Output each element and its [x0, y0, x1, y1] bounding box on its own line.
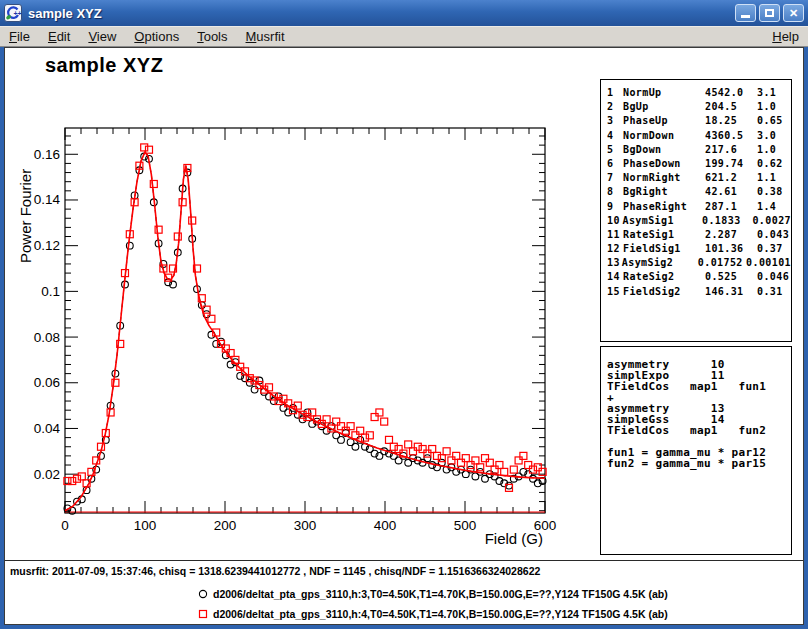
- y-tick-label: 0.12: [34, 238, 60, 253]
- menu-item-view[interactable]: View: [79, 28, 125, 45]
- minimize-icon: [741, 15, 750, 18]
- title-bar[interactable]: ++ sample XYZ ✕: [0, 0, 808, 26]
- param-number: 11: [601, 228, 623, 242]
- param-error: 0.046: [757, 270, 791, 284]
- data-point-square: [323, 416, 330, 423]
- data-point-square: [141, 144, 148, 151]
- data-point-square: [174, 233, 181, 240]
- close-button[interactable]: ✕: [783, 4, 804, 22]
- param-value: 621.2: [705, 171, 757, 185]
- parameter-row: 11RateSig12.2870.043: [601, 228, 791, 242]
- param-error: 0.62: [757, 157, 791, 171]
- parameter-row: 7NormRight621.21.1: [601, 171, 791, 185]
- legend-label: d2006/deltat_pta_gps_3110,h:3,T0=4.50K,T…: [213, 588, 668, 600]
- x-axis-label: Field (G): [395, 530, 543, 547]
- data-point-square: [419, 446, 426, 453]
- x-tick-label: 300: [294, 518, 317, 533]
- fit-status-line: musrfit: 2011-07-09, 15:37:46, chisq = 1…: [10, 565, 790, 577]
- param-value: 199.74: [705, 157, 757, 171]
- param-number: 9: [601, 200, 623, 214]
- param-number: 2: [601, 100, 623, 114]
- y-tick-label: 0.04: [34, 421, 61, 436]
- param-error: 0.37: [757, 242, 791, 256]
- param-value: 217.6: [705, 143, 757, 157]
- param-name: NormDown: [623, 129, 705, 143]
- param-name: BgDown: [623, 143, 705, 157]
- param-name: AsymSig1: [623, 214, 703, 228]
- param-name: FieldSig1: [623, 242, 705, 256]
- legend-row: d2006/deltat_pta_gps_3110,h:4,T0=4.50K,T…: [5, 607, 795, 621]
- data-point-square: [371, 414, 378, 421]
- parameter-row: 14RateSig20.5250.046: [601, 270, 791, 284]
- param-error: 1.4: [757, 200, 791, 214]
- status-separator: [5, 560, 803, 561]
- param-error: 0.31: [757, 285, 791, 299]
- data-point-circle: [126, 242, 133, 249]
- param-name: BgUp: [623, 100, 705, 114]
- parameter-row: 6PhaseDown199.740.62: [601, 157, 791, 171]
- y-tick-label: 0.1: [41, 284, 60, 299]
- minimize-button[interactable]: [735, 4, 756, 22]
- menu-item-tools[interactable]: Tools: [188, 28, 236, 45]
- x-tick-label: 400: [374, 518, 397, 533]
- parameter-row: 15FieldSig2146.310.31: [601, 285, 791, 299]
- data-point-square: [338, 423, 345, 430]
- menu-item-file[interactable]: File: [0, 28, 39, 45]
- menu-item-options[interactable]: Options: [125, 28, 188, 45]
- plot-title: sample XYZ: [45, 54, 163, 77]
- param-value: 18.25: [705, 114, 757, 128]
- param-number: 6: [601, 157, 623, 171]
- menu-item-edit[interactable]: Edit: [39, 28, 79, 45]
- parameter-row: 13AsymSig20.017520.00101: [601, 256, 791, 270]
- application-window: ++ sample XYZ ✕ FileEditViewOptionsTools…: [0, 0, 808, 629]
- data-point-square: [458, 459, 465, 466]
- legend-label: d2006/deltat_pta_gps_3110,h:4,T0=4.50K,T…: [213, 608, 668, 620]
- param-error: 0.38: [757, 185, 791, 199]
- parameter-row: 1NormUp4542.03.1: [601, 86, 791, 100]
- parameter-row: 2BgUp204.51.0: [601, 100, 791, 114]
- param-name: RateSig1: [623, 228, 705, 242]
- data-point-circle: [352, 443, 359, 450]
- param-value: 4542.0: [705, 86, 757, 100]
- param-value: 101.36: [705, 242, 757, 256]
- circle-marker-icon: [198, 589, 208, 599]
- param-number: 1: [601, 86, 623, 100]
- data-point-square: [107, 409, 114, 416]
- data-point-circle: [338, 436, 345, 443]
- parameter-row: 10AsymSig10.18330.0027: [601, 214, 791, 228]
- param-error: 3.0: [757, 129, 791, 143]
- param-name: FieldSig2: [623, 285, 705, 299]
- data-point-square: [414, 443, 421, 450]
- data-point-square: [515, 457, 522, 464]
- data-point-square: [525, 462, 532, 469]
- data-point-square: [462, 455, 469, 462]
- param-value: 0.1833: [702, 214, 752, 228]
- param-name: RateSig2: [623, 270, 705, 284]
- param-value: 0.525: [705, 270, 757, 284]
- param-number: 5: [601, 143, 623, 157]
- data-point-square: [376, 409, 383, 416]
- data-point-square: [443, 448, 450, 455]
- param-value: 2.287: [705, 228, 757, 242]
- param-error: 1.0: [757, 143, 791, 157]
- parameter-row: 3PhaseUp18.250.65: [601, 114, 791, 128]
- data-point-square: [74, 475, 81, 482]
- parameter-row: 5BgDown217.61.0: [601, 143, 791, 157]
- root-canvas[interactable]: 01002003004005006000.020.040.060.080.10.…: [4, 47, 804, 625]
- param-number: 13: [601, 256, 622, 270]
- data-point-square: [501, 468, 508, 475]
- parameter-row: 12FieldSig1101.360.37: [601, 242, 791, 256]
- data-point-circle: [424, 455, 431, 462]
- data-point-square: [434, 452, 441, 459]
- menu-bar: FileEditViewOptionsToolsMusrfitHelp: [0, 26, 808, 47]
- fit-parameter-panel: 1NormUp4542.03.12BgUp204.51.03PhaseUp18.…: [600, 79, 792, 342]
- data-point-square: [472, 457, 479, 464]
- menu-item-musrfit[interactable]: Musrfit: [237, 28, 294, 45]
- menu-item-help[interactable]: Help: [763, 28, 808, 45]
- maximize-button[interactable]: [759, 4, 780, 22]
- y-tick-label: 0.02: [34, 467, 60, 482]
- y-tick-label: 0.08: [34, 330, 60, 345]
- x-tick-label: 0: [61, 518, 69, 533]
- param-number: 12: [601, 242, 623, 256]
- data-point-circle: [251, 386, 258, 393]
